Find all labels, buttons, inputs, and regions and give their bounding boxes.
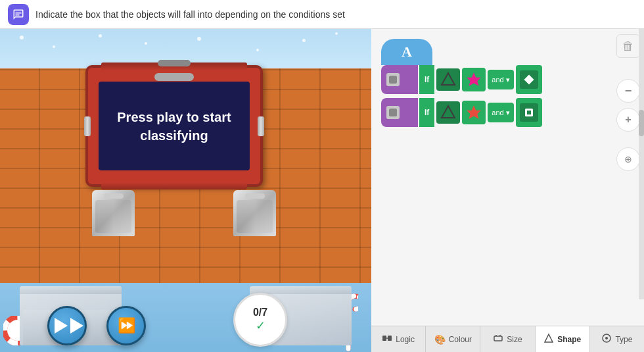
tab-shape[interactable]: Shape: [536, 326, 590, 352]
svg-rect-9: [382, 336, 386, 341]
output-block-1[interactable]: [516, 65, 542, 94]
purple-block-1[interactable]: [381, 65, 418, 94]
shape-icon-1[interactable]: [462, 68, 486, 91]
shape-drop-2[interactable]: [436, 101, 460, 124]
classifier-header-block: A: [381, 39, 432, 65]
svg-marker-15: [545, 334, 553, 342]
coding-panel: A If: [371, 29, 644, 352]
game-panel: Press play to start classifying: [0, 29, 371, 352]
tab-bar: Logic 🎨 Colour Size: [371, 326, 644, 352]
classifier-icon: A: [402, 43, 412, 61]
green-if-block-1[interactable]: If: [419, 65, 434, 94]
condition-row-1: If and: [381, 65, 542, 94]
logic-icon: [382, 333, 392, 345]
green-if-block-2[interactable]: If: [419, 98, 434, 127]
progress-check-icon: ✓: [256, 318, 265, 333]
svg-marker-4: [467, 72, 482, 86]
chat-icon: [8, 4, 29, 25]
tab-shape-label: Shape: [557, 335, 581, 344]
svg-rect-0: [16, 13, 22, 14]
tab-colour[interactable]: 🎨 Colour: [426, 326, 480, 352]
scroll-thumb[interactable]: [639, 110, 644, 136]
play-button[interactable]: [47, 306, 87, 345]
blocks-area: A If: [381, 39, 542, 131]
trash-button[interactable]: 🗑: [616, 34, 640, 58]
main-content: Press play to start classifying: [0, 29, 644, 352]
tab-size-label: Size: [507, 335, 522, 344]
tab-type[interactable]: Type: [590, 326, 644, 352]
svg-rect-1: [16, 14, 20, 16]
shape-tab-icon: [543, 333, 554, 345]
left-tube: [92, 190, 135, 236]
output-block-2[interactable]: [516, 98, 542, 127]
tab-colour-label: Colour: [449, 335, 472, 344]
code-canvas[interactable]: A If: [371, 29, 644, 326]
svg-rect-5: [528, 76, 530, 84]
svg-rect-8: [527, 111, 531, 114]
purple-block-2[interactable]: [381, 98, 418, 127]
tab-size[interactable]: Size: [480, 326, 535, 352]
instruction-bar: Indicate the box that the objects will f…: [0, 0, 644, 29]
chalkboard-screen: Press play to start classifying: [99, 82, 250, 170]
svg-rect-12: [494, 336, 502, 341]
colour-icon: 🎨: [434, 334, 446, 345]
scroll-bar[interactable]: [639, 29, 644, 299]
type-icon: [601, 333, 612, 345]
recenter-button[interactable]: ⊕: [616, 147, 640, 171]
shape-drop-1[interactable]: [436, 68, 460, 91]
tab-logic-label: Logic: [396, 335, 415, 344]
right-tube: [233, 190, 276, 236]
zoom-out-button[interactable]: −: [616, 79, 640, 103]
tab-logic[interactable]: Logic: [371, 326, 426, 352]
condition-row-2: If and: [381, 98, 542, 127]
tab-type-label: Type: [615, 335, 632, 344]
instruction-text: Indicate the box that the objects will f…: [35, 9, 345, 20]
and-dropdown-1[interactable]: and ▾: [488, 70, 513, 89]
svg-point-17: [605, 337, 608, 339]
size-icon: [493, 333, 503, 345]
press-play-text: Press play to start classifying: [117, 108, 231, 145]
chalkboard: Press play to start classifying: [85, 65, 263, 187]
progress-text: 0/7: [253, 307, 267, 318]
svg-rect-10: [388, 336, 392, 341]
progress-counter: 0/7 ✓: [233, 293, 287, 347]
chalkboard-frame: Press play to start classifying: [85, 65, 263, 187]
zoom-in-button[interactable]: +: [616, 108, 640, 132]
shape-icon-2[interactable]: [462, 101, 486, 124]
svg-marker-6: [467, 105, 482, 119]
and-dropdown-2[interactable]: and ▾: [488, 103, 513, 122]
fast-forward-button[interactable]: ⏩: [106, 306, 146, 345]
